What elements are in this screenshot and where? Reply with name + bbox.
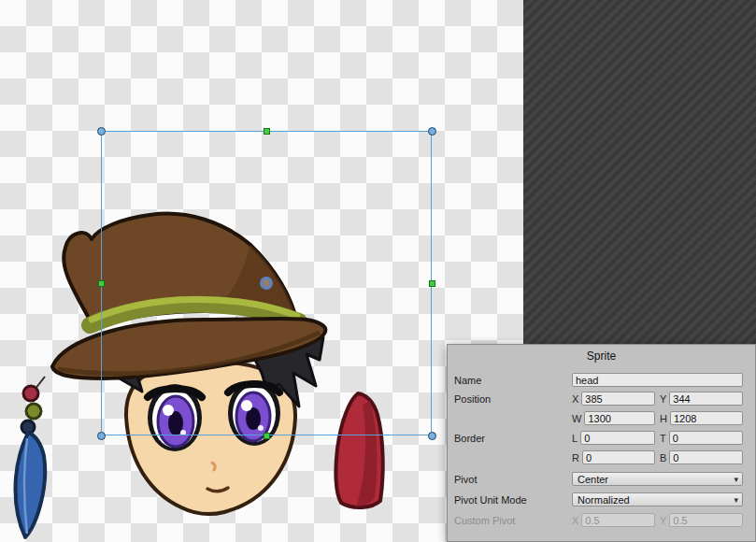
chevron-down-icon: ▾ [734,473,738,486]
pivot-unit-mode-dropdown[interactable]: Normalized ▾ [572,492,743,506]
position-y-prefix: Y [660,393,666,405]
border-t-input[interactable] [669,431,743,445]
position-w-input[interactable] [584,411,655,425]
panel-title: Sprite [448,349,755,363]
custom-pivot-x-prefix: X [572,515,578,526]
sprite-inspector-panel: Sprite Name Position X Y [447,344,756,542]
border-b-input[interactable] [669,450,743,464]
pivot-dropdown-value: Center [578,474,608,485]
border-label: Border [454,433,572,444]
name-label: Name [454,375,572,386]
position-w-prefix: W [572,413,581,424]
pivot-label: Pivot [454,474,572,485]
bead-charm [21,377,45,434]
custom-pivot-x-input [581,513,655,527]
position-h-input[interactable] [670,411,743,425]
selection-handle-se[interactable] [428,432,436,440]
selection-handle-n[interactable] [264,128,270,135]
custom-pivot-y-input [669,513,743,527]
custom-pivot-label: Custom Pivot [454,515,572,526]
chevron-down-icon: ▾ [734,493,738,506]
feather [15,433,45,537]
selection-handle-sw[interactable] [97,432,106,440]
selection-handle-nw[interactable] [97,127,106,136]
pivot-unit-mode-label: Pivot Unit Mode [454,494,572,506]
selection-handle-ne[interactable] [428,127,436,136]
position-label: Position [454,393,572,405]
border-b-prefix: B [660,452,666,464]
pivot-handle[interactable] [260,277,273,290]
position-x-prefix: X [572,393,578,405]
border-r-prefix: R [572,452,579,464]
selection-handle-e[interactable] [429,280,435,287]
position-h-prefix: H [660,413,667,424]
position-x-input[interactable] [581,392,655,406]
border-l-prefix: L [572,433,578,444]
selection-handle-s[interactable] [264,433,270,439]
selection-handle-w[interactable] [98,280,105,287]
pivot-unit-mode-dropdown-value: Normalized [578,494,630,506]
name-input[interactable] [572,373,743,387]
pivot-dropdown[interactable]: Center ▾ [572,472,743,486]
border-t-prefix: T [660,433,666,444]
sprite-editor-window: Sprite Name Position X Y [0,0,756,542]
custom-pivot-y-prefix: Y [660,515,666,526]
border-r-input[interactable] [582,450,655,464]
position-y-input[interactable] [669,392,743,406]
border-l-input[interactable] [580,431,655,445]
